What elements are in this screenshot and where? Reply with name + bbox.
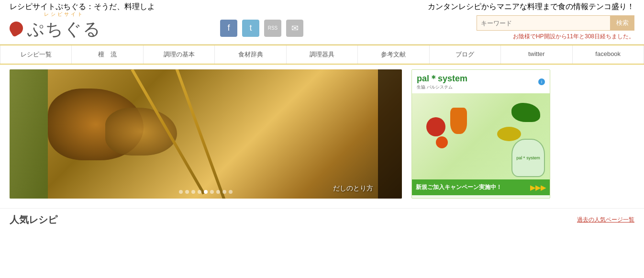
nav-item-references[interactable]: 参考文献 xyxy=(358,45,429,64)
social-icons: f t RSS ✉ xyxy=(220,20,303,37)
tagline-left: レシピサイトぷちぐる：そうだ、料理しよ xyxy=(10,2,155,12)
twitter-icon[interactable]: t xyxy=(242,20,259,37)
facebook-icon[interactable]: f xyxy=(220,20,237,37)
dot-5[interactable] xyxy=(204,190,208,194)
ad-campaign-text: 新規ご加入キャンペーン実施中！ xyxy=(416,183,502,191)
main-nav: レシピ一覧 檀 流 調理の基本 食材辞典 調理器具 参考文献 ブログ twitt… xyxy=(0,44,644,65)
ad-arrows-icon: ▶▶▶ xyxy=(530,184,546,191)
slideshow[interactable]: だしのとり方 xyxy=(10,69,402,199)
slide-dots xyxy=(179,190,233,194)
popular-title: 人気レシピ xyxy=(10,213,57,226)
search-area: 検索 お陰様でHP開設から11年と308日経ちました。 xyxy=(477,15,634,41)
ad-logo: pal＊system 生協 パルシステム xyxy=(417,73,467,90)
nav-item-dan-style[interactable]: 檀 流 xyxy=(72,45,143,64)
dot-2[interactable] xyxy=(185,190,189,194)
logo-text: ぷちぐる xyxy=(27,19,101,39)
ad-info-icon: i xyxy=(538,78,545,85)
veggie-3 xyxy=(450,108,467,134)
nav-item-blog[interactable]: ブログ xyxy=(430,45,501,64)
ad-image-area: pal＊system xyxy=(412,93,550,179)
dot-8[interactable] xyxy=(222,190,226,194)
nav-item-twitter[interactable]: twitter xyxy=(501,45,572,64)
rss-icon[interactable]: RSS xyxy=(264,20,281,37)
dot-6[interactable] xyxy=(210,190,214,194)
nav-item-facebook[interactable]: facebook xyxy=(573,45,644,64)
tagline-right: カンタンレシピからマニアな料理まで食の情報テンコ盛り！ xyxy=(428,2,634,12)
dot-7[interactable] xyxy=(216,190,220,194)
ad-sub: 生協 パルシステム xyxy=(417,84,467,90)
ad-header: pal＊system 生協 パルシステム i xyxy=(412,70,550,93)
veggie-5 xyxy=(436,136,448,148)
dot-1[interactable] xyxy=(179,190,183,194)
popular-link[interactable]: 過去の人気ページ一覧 xyxy=(577,216,634,224)
dot-9[interactable] xyxy=(229,190,233,194)
nav-item-ingredients[interactable]: 食材辞典 xyxy=(215,45,286,64)
slideshow-image xyxy=(10,69,402,199)
veggie-1 xyxy=(511,103,540,122)
nav-item-recipe-list[interactable]: レシピ一覧 xyxy=(0,45,72,64)
veggie-2 xyxy=(426,117,445,136)
ad-footer: 新規ご加入キャンペーン実施中！ ▶▶▶ xyxy=(412,179,550,195)
bottom-section: 人気レシピ 過去の人気ページ一覧 xyxy=(0,208,644,231)
ad-logo-text: pal＊system xyxy=(417,74,467,83)
logo-area[interactable]: レシピサイト ぷちぐる xyxy=(10,15,144,41)
veggie-4 xyxy=(497,127,521,141)
search-button[interactable]: 検索 xyxy=(611,15,634,31)
mail-icon[interactable]: ✉ xyxy=(286,20,303,37)
site-days: お陰様でHP開設から11年と308日経ちました。 xyxy=(513,33,634,41)
dot-4[interactable] xyxy=(198,190,201,194)
main-content: だしのとり方 pal＊system 生協 パルシステム i xyxy=(0,65,644,199)
search-input[interactable] xyxy=(477,15,611,31)
mascot: pal＊system xyxy=(511,139,545,177)
logo-ruby: レシピサイト xyxy=(44,11,101,18)
ad-banner[interactable]: pal＊system 生協 パルシステム i pal＊system 新規ご加入キ… xyxy=(411,69,550,199)
dot-3[interactable] xyxy=(191,190,195,194)
nav-item-cookware[interactable]: 調理器具 xyxy=(287,45,358,64)
slide-caption: だしのとり方 xyxy=(333,184,373,193)
logo-bean-icon xyxy=(7,19,25,37)
nav-item-cooking-basics[interactable]: 調理の基本 xyxy=(144,45,215,64)
